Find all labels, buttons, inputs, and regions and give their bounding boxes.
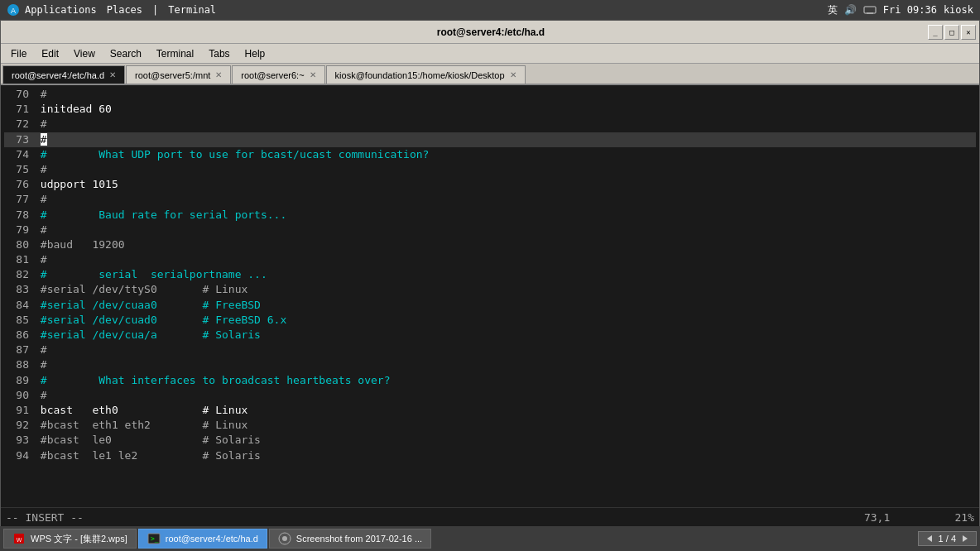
line-text: # <box>34 357 47 372</box>
terminal-menu[interactable]: Terminal <box>168 4 216 16</box>
applications-menu[interactable]: Applications <box>25 4 97 16</box>
tabs-bar: root@server4:/etc/ha.d ✕ root@server5:/m… <box>1 64 979 85</box>
line-number: 89 <box>4 373 29 388</box>
terminal-line: 78 # Baud rate for serial ports... <box>4 208 976 223</box>
tab-label-server5: root@server5:/mnt <box>135 70 210 80</box>
system-bar-left: A Applications Places | Terminal <box>7 3 216 17</box>
line-number: 92 <box>4 418 29 433</box>
tab-server4[interactable]: root@server4:/etc/ha.d ✕ <box>2 65 125 84</box>
system-bar: A Applications Places | Terminal 英 🔊 Fri… <box>0 0 980 20</box>
line-number: 76 <box>4 177 29 192</box>
line-text: # <box>34 192 47 207</box>
terminal-line: 77 # <box>4 192 976 207</box>
line-number: 70 <box>4 87 29 102</box>
menu-edit[interactable]: Edit <box>35 46 65 61</box>
line-text: initdead 60 <box>34 102 112 117</box>
line-text: udpport 1015 <box>34 177 118 192</box>
terminal-line: 92 #bcast eth1 eth2 # Linux <box>4 418 976 433</box>
svg-text:W: W <box>17 537 22 543</box>
terminal-icon: >_ <box>147 532 161 545</box>
menu-file[interactable]: File <box>4 46 33 61</box>
kiosk-label: kiosk <box>944 4 973 16</box>
line-text: # <box>34 343 47 357</box>
tab-label-server6: root@server6:~ <box>241 70 304 80</box>
tab-foundation15[interactable]: kiosk@foundation15:/home/kiosk/Desktop ✕ <box>326 65 526 84</box>
line-number: 79 <box>4 223 29 237</box>
terminal-line: 79 # <box>4 223 976 237</box>
terminal-line: 81 # <box>4 252 976 267</box>
tab-server6[interactable]: root@server6:~ ✕ <box>232 65 324 84</box>
terminal-line: 93 #bcast le0 # Solaris <box>4 433 976 448</box>
close-button[interactable]: ✕ <box>961 25 976 40</box>
terminal-line: 89 # What interfaces to broadcast heartb… <box>4 373 976 388</box>
tab-close-server5[interactable]: ✕ <box>215 70 222 79</box>
line-text: #serial /dev/ttyS0 # Linux <box>34 282 247 297</box>
tab-close-foundation15[interactable]: ✕ <box>510 70 516 79</box>
line-number: 85 <box>4 313 29 328</box>
terminal-window: root@server4:/etc/ha.d _ □ ✕ File Edit V… <box>0 20 980 528</box>
svg-rect-2 <box>864 7 876 13</box>
taskbar-screenshot[interactable]: Screenshot from 2017-02-16 ... <box>269 529 431 549</box>
terminal-content[interactable]: 70 #71 initdead 6072 #73 #74 # What UDP … <box>1 85 979 507</box>
vim-mode: -- INSERT -- <box>6 511 84 524</box>
taskbar-right: 1 / 4 <box>918 531 977 546</box>
language-indicator: 英 <box>828 3 838 17</box>
window-title: root@server4:/etc/ha.d <box>54 26 928 38</box>
menu-view[interactable]: View <box>67 46 102 61</box>
places-menu[interactable]: Places <box>107 4 142 16</box>
next-page-icon[interactable] <box>961 534 969 543</box>
line-number: 88 <box>4 357 29 372</box>
taskbar-terminal[interactable]: >_ root@server4:/etc/ha.d <box>138 529 267 549</box>
line-text: # <box>34 132 47 147</box>
terminal-line: 91 bcast eth0 # Linux <box>4 403 976 418</box>
prev-page-icon[interactable] <box>925 534 934 543</box>
line-number: 81 <box>4 252 29 267</box>
status-bar: -- INSERT -- 73,1 21% <box>1 507 979 527</box>
menu-help[interactable]: Help <box>238 46 272 61</box>
page-label: 1 / 4 <box>939 534 956 544</box>
line-number: 72 <box>4 117 29 132</box>
line-number: 86 <box>4 328 29 343</box>
taskbar-wps[interactable]: W WPS 文字 - [集群2.wps] <box>3 529 137 549</box>
taskbar-terminal-label: root@server4:/etc/ha.d <box>166 534 258 544</box>
svg-text:A: A <box>11 7 16 15</box>
line-number: 87 <box>4 343 29 357</box>
line-text: # What interfaces to broadcast heartbeat… <box>34 373 390 388</box>
line-text: # <box>34 87 47 102</box>
terminal-line: 90 # <box>4 388 976 403</box>
line-text: # <box>34 223 47 237</box>
terminal-line: 80 #baud 19200 <box>4 237 976 252</box>
minimize-button[interactable]: _ <box>928 25 943 40</box>
terminal-line: 72 # <box>4 117 976 132</box>
wps-icon: W <box>12 532 26 545</box>
clock: Fri 09:36 <box>883 4 937 16</box>
tab-label-foundation15: kiosk@foundation15:/home/kiosk/Desktop <box>335 70 505 80</box>
terminal-line: 83 #serial /dev/ttyS0 # Linux <box>4 282 976 297</box>
menu-tabs[interactable]: Tabs <box>202 46 236 61</box>
terminal-line: 82 # serial serialportname ... <box>4 267 976 282</box>
terminal-line: 75 # <box>4 162 976 177</box>
tab-close-server6[interactable]: ✕ <box>310 70 316 79</box>
line-text: #serial /dev/cuad0 # FreeBSD 6.x <box>34 313 286 328</box>
line-text: #serial /dev/cuaa0 # FreeBSD <box>34 298 261 313</box>
terminal-line: 94 #bcast le1 le2 # Solaris <box>4 448 976 463</box>
cursor-position: 73,1 21% <box>864 511 974 524</box>
title-bar: root@server4:/etc/ha.d _ □ ✕ <box>1 21 979 44</box>
tab-close-server4[interactable]: ✕ <box>109 70 116 79</box>
taskbar-wps-label: WPS 文字 - [集群2.wps] <box>31 533 127 545</box>
line-text: #serial /dev/cua/a # Solaris <box>34 328 261 343</box>
line-number: 77 <box>4 192 29 207</box>
line-number: 78 <box>4 208 29 223</box>
menu-terminal[interactable]: Terminal <box>150 46 200 61</box>
volume-icon[interactable]: 🔊 <box>844 4 857 16</box>
system-bar-right: 英 🔊 Fri 09:36 kiosk <box>828 3 973 17</box>
terminal-line: 88 # <box>4 357 976 372</box>
arch-icon: A <box>7 3 20 17</box>
line-number: 90 <box>4 388 29 403</box>
menu-search[interactable]: Search <box>103 46 148 61</box>
maximize-button[interactable]: □ <box>944 25 959 40</box>
line-number: 71 <box>4 102 29 117</box>
tab-server5[interactable]: root@server5:/mnt ✕ <box>126 65 231 84</box>
svg-marker-11 <box>963 535 968 542</box>
terminal-line: 70 # <box>4 87 976 102</box>
